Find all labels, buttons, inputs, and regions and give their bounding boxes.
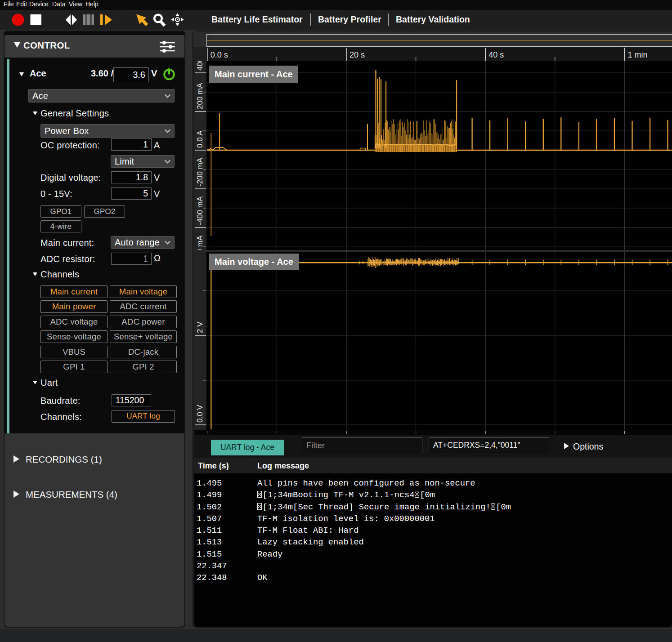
- svg-text:-400 mA: -400 mA: [196, 196, 204, 225]
- svg-text:40 s: 40 s: [488, 50, 504, 59]
- svg-text:1 min: 1 min: [627, 50, 647, 59]
- svg-text:0.0 V: 0.0 V: [196, 405, 204, 423]
- svg-text:-600 mA: -600 mA: [196, 235, 204, 250]
- svg-text:0.0 s: 0.0 s: [211, 50, 228, 59]
- svg-text:0.0 A: 0.0 A: [196, 130, 204, 148]
- svg-text:Main voltage - Ace: Main voltage - Ace: [215, 257, 293, 267]
- svg-text:Main current - Ace: Main current - Ace: [215, 69, 293, 79]
- svg-text:20 s: 20 s: [349, 50, 365, 59]
- svg-text:200 mA: 200 mA: [196, 83, 204, 109]
- svg-text:-200 mA: -200 mA: [196, 157, 204, 187]
- svg-text:400 mA: 400 mA: [196, 61, 204, 71]
- svg-text:2 V: 2 V: [196, 321, 204, 333]
